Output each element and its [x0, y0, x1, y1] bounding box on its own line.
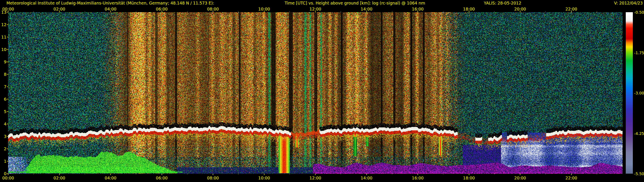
y-tick-mark — [7, 49, 8, 50]
x-minor-tick-mark — [341, 11, 341, 12]
x-minor-tick-mark — [290, 11, 290, 12]
y-tick-mark — [7, 24, 8, 25]
header-version: V: 2012/04/23 — [614, 1, 643, 5]
x-tick-label-bottom: 14:00 — [361, 176, 372, 180]
y-tick-label: 10 — [0, 47, 6, 52]
x-tick-label-bottom: 04:00 — [105, 176, 116, 180]
x-minor-tick-mark — [238, 11, 238, 12]
x-tick-mark — [213, 11, 213, 12]
x-tick-mark — [110, 174, 111, 175]
y-tick-label: 1 — [0, 159, 6, 164]
y-tick-mark — [7, 174, 8, 174]
x-tick-mark — [162, 174, 162, 175]
y-tick-mark — [7, 149, 8, 149]
x-tick-label-top: 20:00 — [514, 7, 526, 11]
colorbar-tick-label: -5.50 — [634, 172, 644, 176]
colorbar-tick-label: -3.00 — [634, 91, 644, 95]
x-minor-tick-mark — [443, 11, 443, 12]
x-minor-tick-mark — [187, 174, 188, 174]
y-tick-mark — [7, 62, 8, 62]
x-tick-label-bottom: 10:00 — [258, 176, 270, 180]
x-minor-tick-mark — [341, 174, 341, 174]
x-tick-mark — [469, 11, 469, 12]
x-tick-label-top: 18:00 — [463, 7, 475, 11]
x-tick-mark — [213, 174, 213, 175]
header-institute: Meteorological Institute of Ludwig-Maxim… — [6, 1, 214, 5]
x-tick-label-bottom: 00:00 — [2, 176, 14, 180]
x-tick-label-top: 08:00 — [207, 7, 219, 11]
x-tick-mark — [315, 174, 316, 175]
x-tick-mark — [162, 11, 162, 12]
x-tick-label-bottom: 02:00 — [54, 176, 65, 180]
x-tick-mark — [418, 11, 418, 12]
y-tick-label: 12 — [0, 22, 6, 27]
x-tick-label-bottom: 18:00 — [463, 176, 475, 180]
y-tick-label: 8 — [0, 72, 6, 77]
y-tick-label: 7 — [0, 84, 6, 89]
x-minor-tick-mark — [85, 11, 85, 12]
x-minor-tick-mark — [597, 174, 597, 174]
y-tick-mark — [7, 111, 8, 112]
x-tick-label-top: 12:00 — [310, 7, 321, 11]
lidar-quicklook-screen: Meteorological Institute of Ludwig-Maxim… — [0, 0, 644, 182]
x-minor-tick-mark — [546, 174, 546, 174]
y-tick-mark — [7, 99, 8, 99]
y-tick-label: 9 — [0, 60, 6, 64]
x-tick-label-bottom: 12:00 — [310, 176, 321, 180]
x-tick-mark — [520, 174, 520, 175]
x-minor-tick-mark — [238, 174, 238, 174]
y-tick-mark — [7, 161, 8, 162]
y-tick-label: 0 — [0, 171, 6, 176]
y-tick-label: 3 — [0, 134, 6, 139]
x-tick-mark — [571, 174, 572, 175]
x-minor-tick-mark — [290, 174, 290, 174]
x-tick-mark — [366, 11, 367, 12]
x-tick-label-top: 02:00 — [54, 7, 65, 11]
x-tick-label-top: 22:00 — [566, 7, 577, 11]
lidar-heatmap — [8, 12, 622, 174]
y-tick-mark — [7, 124, 8, 124]
x-minor-tick-mark — [34, 11, 34, 12]
x-tick-mark — [59, 11, 60, 12]
x-tick-mark — [520, 11, 520, 12]
colorbar — [626, 12, 633, 174]
x-tick-label-top: 10:00 — [258, 7, 270, 11]
x-minor-tick-mark — [34, 174, 34, 174]
y-tick-mark — [7, 74, 8, 75]
x-tick-label-top: 06:00 — [156, 7, 168, 11]
x-minor-tick-mark — [392, 174, 392, 174]
header-system-date: YALIS: 28-05-2012 — [484, 1, 521, 5]
x-tick-mark — [469, 174, 469, 175]
x-minor-tick-mark — [187, 11, 188, 12]
x-tick-label-bottom: 20:00 — [514, 176, 526, 180]
x-tick-label-top: 16:00 — [412, 7, 424, 11]
y-tick-mark — [7, 87, 8, 87]
x-tick-mark — [264, 174, 264, 175]
x-minor-tick-mark — [597, 11, 597, 12]
colorbar-tick-label: -4.25 — [634, 131, 644, 136]
x-minor-tick-mark — [85, 174, 85, 174]
y-tick-mark — [7, 136, 8, 137]
x-tick-mark — [59, 174, 60, 175]
x-tick-mark — [264, 11, 264, 12]
x-tick-label-bottom: 22:00 — [566, 176, 577, 180]
y-tick-label: 6 — [0, 97, 6, 101]
y-tick-mark — [7, 37, 8, 37]
header-plot-title: Time [UTC] vs. Height above ground [km]:… — [285, 1, 425, 5]
x-tick-label-bottom: 08:00 — [207, 176, 219, 180]
x-tick-label-bottom: 06:00 — [156, 176, 168, 180]
x-tick-label-top: 14:00 — [361, 7, 372, 11]
x-tick-mark — [315, 11, 316, 12]
x-minor-tick-mark — [392, 11, 392, 12]
x-minor-tick-mark — [443, 174, 443, 174]
x-tick-label-top: 04:00 — [105, 7, 116, 11]
y-tick-label: 13 — [0, 10, 6, 14]
y-tick-label: 5 — [0, 109, 6, 114]
y-tick-label: 4 — [0, 122, 6, 126]
y-tick-label: 11 — [0, 35, 6, 39]
x-tick-mark — [110, 11, 111, 12]
colorbar-tick-label: -0.50 — [634, 10, 644, 14]
x-minor-tick-mark — [546, 11, 546, 12]
x-tick-mark — [366, 174, 367, 175]
x-tick-mark — [571, 11, 572, 12]
